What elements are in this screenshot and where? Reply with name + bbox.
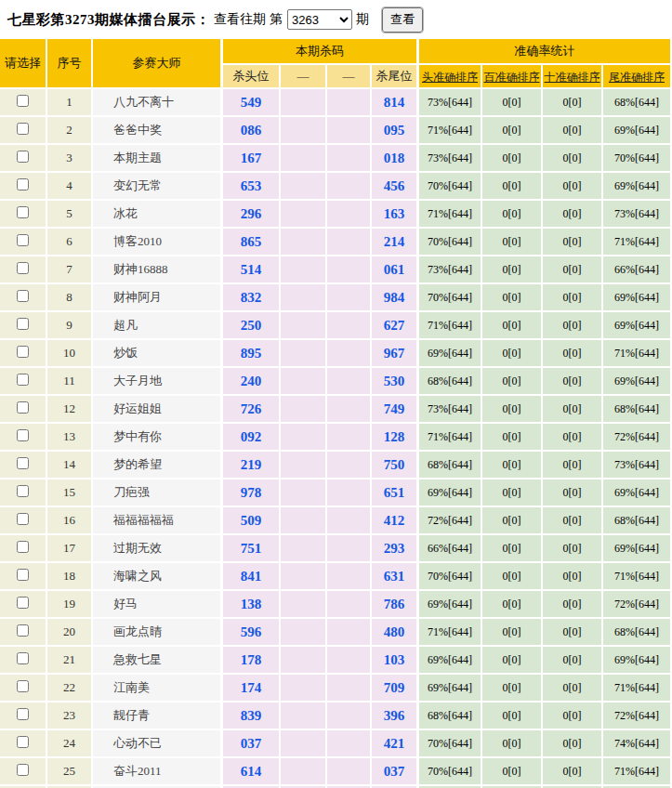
- row-master-name: 大子月地: [93, 368, 223, 396]
- table-row: 4变幻无常65345670%[644]0[0]0[0]69%[644]: [0, 173, 672, 201]
- row-index: 9: [47, 312, 93, 340]
- acc-hundred-value: 0[0]: [482, 591, 543, 619]
- kill-head-value: 240: [223, 368, 281, 396]
- row-index: 10: [47, 340, 93, 368]
- acc-hundred-value: 0[0]: [482, 563, 543, 591]
- kill-dash-cell-2: [327, 145, 372, 173]
- row-checkbox[interactable]: [17, 206, 29, 218]
- row-checkbox[interactable]: [17, 123, 29, 135]
- row-checkbox[interactable]: [17, 429, 29, 441]
- row-master-name: 冰花: [93, 201, 223, 229]
- row-checkbox[interactable]: [17, 764, 29, 776]
- acc-tail-value: 69%[644]: [603, 284, 672, 312]
- acc-head-value: 69%[644]: [419, 675, 482, 703]
- row-index: 8: [47, 284, 93, 312]
- acc-head-value: 73%[644]: [419, 256, 482, 284]
- acc-tail-value: 66%[644]: [603, 256, 672, 284]
- row-checkbox[interactable]: [17, 541, 29, 553]
- row-checkbox[interactable]: [17, 597, 29, 609]
- acc-ten-value: 0[0]: [543, 647, 603, 675]
- kill-dash-cell-2: [327, 424, 372, 452]
- kill-tail-value: 709: [372, 675, 419, 703]
- row-checkbox[interactable]: [17, 318, 29, 330]
- acc-tail-value: 72%[644]: [603, 703, 672, 730]
- row-checkbox[interactable]: [17, 151, 29, 163]
- acc-head-value: 73%[644]: [419, 396, 482, 424]
- row-master-name: 福福福福福: [93, 507, 223, 535]
- row-master-name: 炒饭: [93, 340, 223, 368]
- acc-tail-value: 68%[644]: [603, 396, 672, 424]
- row-checkbox[interactable]: [17, 234, 29, 246]
- acc-tail-value: 69%[644]: [603, 535, 672, 563]
- row-checkbox[interactable]: [17, 178, 29, 190]
- row-checkbox[interactable]: [17, 457, 29, 469]
- header-acc-ten: 十准确排序: [543, 65, 603, 89]
- kill-dash-cell-2: [327, 647, 372, 675]
- kill-tail-value: 103: [372, 647, 419, 675]
- kill-head-value: 865: [223, 229, 281, 256]
- row-master-name: 江南美: [93, 675, 223, 703]
- acc-hundred-value: 0[0]: [482, 145, 543, 173]
- row-checkbox[interactable]: [17, 290, 29, 302]
- kill-dash-cell-1: [281, 675, 327, 703]
- acc-tail-sort-link[interactable]: 尾准确排序: [609, 71, 665, 84]
- row-checkbox[interactable]: [17, 374, 29, 386]
- kill-dash-cell-2: [327, 619, 372, 647]
- acc-tail-value: 73%[644]: [603, 452, 672, 479]
- acc-hundred-value: 0[0]: [482, 647, 543, 675]
- kill-dash-cell-2: [327, 563, 372, 591]
- row-checkbox[interactable]: [17, 346, 29, 358]
- acc-hundred-value: 0[0]: [482, 703, 543, 730]
- row-checkbox[interactable]: [17, 736, 29, 748]
- kill-dash-cell-2: [327, 535, 372, 563]
- acc-tail-value: 68%[644]: [603, 619, 672, 647]
- view-button[interactable]: 查看: [382, 7, 423, 33]
- acc-tail-value: 71%[644]: [603, 758, 672, 786]
- row-index: 11: [47, 368, 93, 396]
- acc-ten-sort-link[interactable]: 十准确排序: [545, 71, 600, 84]
- acc-tail-value: 69%[644]: [603, 173, 672, 201]
- acc-hundred-sort-link[interactable]: 百准确排序: [484, 71, 540, 84]
- kill-head-value: 178: [223, 647, 281, 675]
- row-index: 2: [47, 117, 93, 145]
- row-checkbox[interactable]: [17, 95, 29, 107]
- kill-head-value: 086: [223, 117, 281, 145]
- row-select-cell: [0, 619, 47, 647]
- row-checkbox[interactable]: [17, 680, 29, 692]
- acc-head-sort-link[interactable]: 头准确排序: [422, 71, 478, 84]
- header-select: 请选择: [0, 39, 47, 89]
- row-checkbox[interactable]: [17, 401, 29, 414]
- kill-dash-cell-1: [281, 479, 327, 507]
- acc-head-value: 72%[644]: [419, 507, 482, 535]
- row-checkbox[interactable]: [17, 652, 29, 664]
- kill-head-value: 174: [223, 675, 281, 703]
- kill-tail-value: 651: [372, 479, 419, 507]
- row-checkbox[interactable]: [17, 569, 29, 581]
- row-checkbox[interactable]: [17, 624, 29, 637]
- row-master-name: 刀疤强: [93, 479, 223, 507]
- acc-tail-value: 71%[644]: [603, 563, 672, 591]
- acc-hundred-value: 0[0]: [482, 452, 543, 479]
- kill-dash-cell-2: [327, 89, 372, 117]
- acc-hundred-value: 0[0]: [482, 507, 543, 535]
- row-checkbox[interactable]: [17, 485, 29, 497]
- row-checkbox[interactable]: [17, 262, 29, 274]
- row-checkbox[interactable]: [17, 708, 29, 720]
- kill-tail-value: 984: [372, 284, 419, 312]
- kill-dash-cell-1: [281, 758, 327, 786]
- acc-hundred-value: 0[0]: [482, 479, 543, 507]
- table-row: 11大子月地24053068%[644]0[0]0[0]69%[644]: [0, 368, 672, 396]
- acc-tail-value: 69%[644]: [603, 117, 672, 145]
- kill-dash-cell-2: [327, 507, 372, 535]
- acc-ten-value: 0[0]: [543, 201, 603, 229]
- row-checkbox[interactable]: [17, 513, 29, 525]
- row-select-cell: [0, 675, 47, 703]
- acc-ten-value: 0[0]: [543, 535, 603, 563]
- row-select-cell: [0, 256, 47, 284]
- table-row: 7财神1688851406173%[644]0[0]0[0]66%[644]: [0, 256, 672, 284]
- kill-dash-cell-2: [327, 117, 372, 145]
- acc-ten-value: 0[0]: [543, 703, 603, 730]
- row-select-cell: [0, 479, 47, 507]
- issue-select[interactable]: 3263: [287, 9, 352, 30]
- kill-tail-value: 037: [372, 758, 419, 786]
